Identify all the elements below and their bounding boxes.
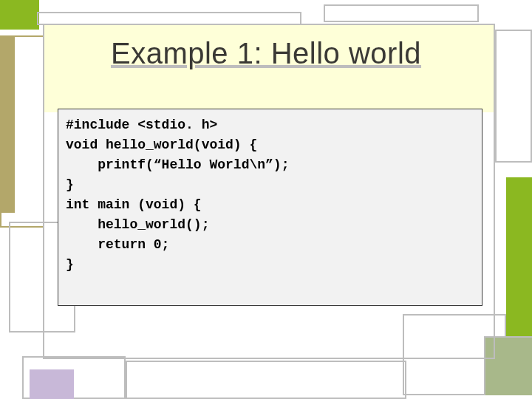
deco-top-left-green <box>0 0 39 30</box>
deco-bottom-lavender <box>30 369 74 399</box>
code-line: } <box>66 175 474 195</box>
deco-right-green <box>506 177 532 336</box>
deco-top-border-2 <box>324 4 479 22</box>
slide-title: Example 1: Hello world <box>0 37 532 70</box>
code-line: void hello_world(void) { <box>66 135 474 155</box>
code-line: return 0; <box>66 235 474 255</box>
code-line: hello_world(); <box>66 215 474 235</box>
code-line: printf(“Hello World\n”); <box>66 155 474 175</box>
code-line: #include <stdio. h> <box>66 115 474 135</box>
deco-bottom-border <box>126 361 406 399</box>
code-line: } <box>66 255 474 275</box>
code-box: #include <stdio. h> void hello_world(voi… <box>58 109 482 306</box>
code-line: int main (void) { <box>66 195 474 215</box>
